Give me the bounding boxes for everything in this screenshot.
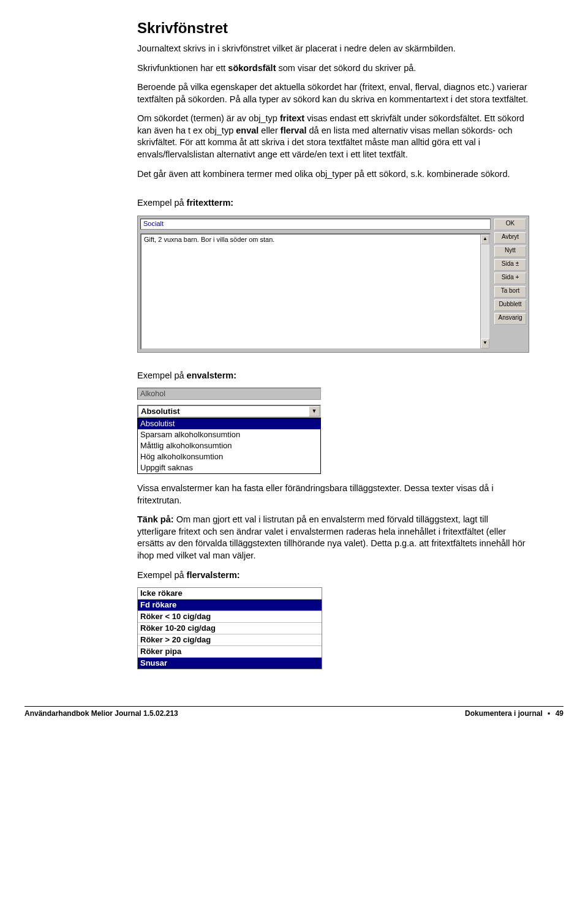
footer-left: Användarhandbok Melior Journal 1.5.02.21… — [24, 709, 178, 718]
footer-section: Dokumentera i journal — [465, 709, 543, 718]
page-footer: Användarhandbok Melior Journal 1.5.02.21… — [24, 706, 564, 718]
tabort-button[interactable]: Ta bort — [494, 286, 526, 298]
scrollbar[interactable]: ▲ ▼ — [480, 235, 489, 348]
term-bold: Tänk på: — [137, 514, 174, 524]
page-number: 49 — [556, 709, 564, 718]
term-bold: flervalsterm: — [187, 570, 240, 580]
text: Om man gjort ett val i listrutan på en e… — [137, 514, 526, 560]
ok-button[interactable]: OK — [494, 219, 526, 230]
enval-combobox[interactable]: Absolutist ▼ — [137, 405, 321, 418]
fritext-field-label: Socialt — [140, 219, 491, 230]
enval-selected-value: Absolutist — [138, 406, 309, 416]
list-item[interactable]: Röker 10-20 cig/dag — [138, 623, 322, 634]
term-bold: flerval — [281, 126, 307, 135]
ansvarig-button[interactable]: Ansvarig — [494, 313, 526, 325]
list-item[interactable]: Röker < 10 cig/dag — [138, 611, 322, 623]
chevron-down-icon[interactable]: ▼ — [309, 406, 320, 416]
fritext-text: Gift, 2 vuxna barn. Bor i villa söder om… — [141, 235, 480, 348]
footer-right: Dokumentera i journal • 49 — [465, 709, 564, 718]
list-item[interactable]: Röker pipa — [138, 646, 322, 658]
term-bold: fritextterm: — [187, 198, 234, 208]
term-bold: fritext — [280, 113, 304, 123]
enval-field-label: Alkohol — [137, 388, 321, 400]
example-heading-flerval: Exempel på flervalsterm: — [137, 570, 529, 582]
paragraph: Journaltext skrivs in i skrivfönstret vi… — [137, 43, 529, 55]
avbryt-button[interactable]: Avbryt — [494, 232, 526, 244]
paragraph: Beroende på vilka egenskaper det aktuell… — [137, 81, 529, 105]
sida-plus-button[interactable]: Sida + — [494, 273, 526, 284]
list-item[interactable]: Hög alkoholkonsumtion — [138, 451, 320, 462]
fritext-left-pane: Socialt Gift, 2 vuxna barn. Bor i villa … — [140, 219, 491, 350]
list-item[interactable]: Måttlig alkoholkonsumtion — [138, 440, 320, 451]
paragraph: Skrivfunktionen har ett sökordsfält som … — [137, 62, 529, 75]
scroll-down-icon[interactable]: ▼ — [481, 339, 489, 348]
flerval-screenshot: Icke rökare Fd rökare Röker < 10 cig/dag… — [137, 587, 322, 669]
bullet-icon: • — [548, 709, 550, 718]
text: Exempel på — [137, 370, 187, 380]
text: Skrivfunktionen har ett — [137, 63, 228, 73]
scroll-up-icon[interactable]: ▲ — [481, 235, 489, 244]
list-item[interactable]: Icke rökare — [138, 588, 322, 600]
text: Om sökordet (termen) är av obj_typ — [137, 113, 280, 123]
text: Exempel på — [137, 570, 187, 580]
sida-minus-button[interactable]: Sida ± — [494, 259, 526, 271]
list-item[interactable]: Snusar — [138, 658, 322, 669]
enval-dropdown-list[interactable]: Absolutist Sparsam alkoholkonsumtion Måt… — [137, 418, 321, 474]
dubblett-button[interactable]: Dubblett — [494, 299, 526, 311]
text: Exempel på — [137, 198, 187, 208]
term-bold: sökordsfält — [228, 63, 276, 73]
list-item[interactable]: Röker > 20 cig/dag — [138, 634, 322, 646]
list-item[interactable]: Sparsam alkoholkonsumtion — [138, 429, 320, 440]
paragraph: Tänk på: Om man gjort ett val i listruta… — [137, 514, 529, 562]
fritext-textarea[interactable]: Gift, 2 vuxna barn. Bor i villa söder om… — [140, 233, 491, 350]
fritext-button-column: OK Avbryt Nytt Sida ± Sida + Ta bort Dub… — [494, 219, 526, 350]
term-bold: enval — [236, 126, 258, 135]
page-title: Skrivfönstret — [137, 20, 529, 37]
list-item[interactable]: Absolutist — [138, 418, 320, 429]
term-bold: envalsterm: — [187, 370, 236, 380]
list-item[interactable]: Uppgift saknas — [138, 462, 320, 473]
nytt-button[interactable]: Nytt — [494, 246, 526, 257]
text: eller — [258, 126, 280, 135]
paragraph: Om sökordet (termen) är av obj_typ frite… — [137, 113, 529, 160]
paragraph: Vissa envalstermer kan ha fasta eller fö… — [137, 483, 529, 506]
paragraph: Det går även att kombinera termer med ol… — [137, 168, 529, 181]
example-heading-enval: Exempel på envalsterm: — [137, 370, 529, 382]
enval-screenshot: Alkohol Absolutist ▼ Absolutist Sparsam … — [137, 388, 321, 474]
list-item[interactable]: Fd rökare — [138, 600, 322, 611]
fritext-screenshot: Socialt Gift, 2 vuxna barn. Bor i villa … — [137, 216, 529, 353]
text: som visar det sökord du skriver på. — [276, 63, 416, 73]
example-heading-fritext: Exempel på fritextterm: — [137, 197, 529, 209]
